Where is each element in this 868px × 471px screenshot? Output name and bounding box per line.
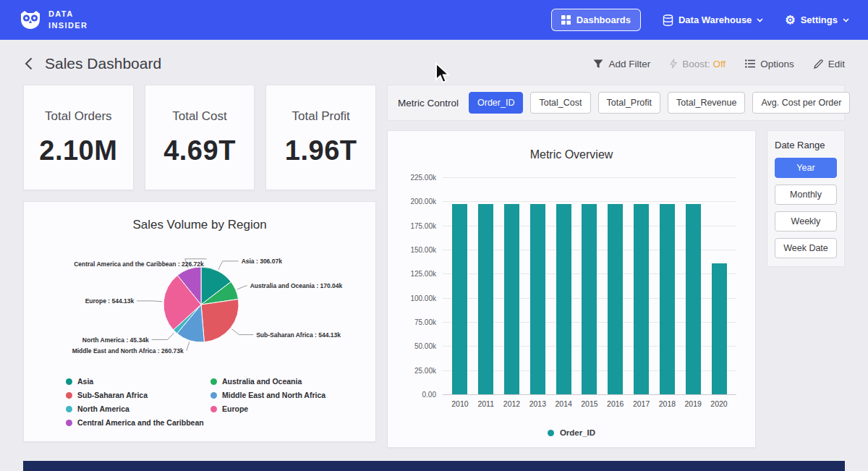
top-navbar: DATA INSIDER Dashboards Data Warehouse ⚙… <box>0 0 868 40</box>
metric-button-total-profit[interactable]: Total_Profit <box>598 92 661 114</box>
x-axis-label: 2017 <box>629 399 655 408</box>
date-range-button-week-date[interactable]: Week Date <box>775 238 837 258</box>
pie-legend-item: Asia <box>66 377 210 386</box>
bars-row <box>443 177 736 394</box>
legend-dot-icon <box>66 406 72 412</box>
bar-x-labels: 2010201120122013201420152016201720182019… <box>443 399 736 408</box>
settings-menu[interactable]: ⚙ Settings <box>785 14 849 26</box>
pie-slice-label: Central America and the Caribbean : 226.… <box>74 260 204 268</box>
date-range-button-year[interactable]: Year <box>775 158 837 178</box>
settings-label: Settings <box>801 14 838 25</box>
database-icon <box>663 14 673 26</box>
logo-text: DATA INSIDER <box>48 9 88 31</box>
pie-chart-card: Sales Volume by Region Asia : 306.07kAus… <box>23 201 376 442</box>
add-filter-button[interactable]: Add Filter <box>593 59 650 69</box>
y-axis-tick-label: 200.00k <box>410 198 436 205</box>
bar-legend-dot-icon <box>548 430 554 436</box>
kpi-label: Total Cost <box>172 109 227 124</box>
metric-buttons: Order_IDTotal_CostTotal_ProfitTotal_Reve… <box>469 92 850 114</box>
chevron-down-icon <box>843 18 849 22</box>
left-column: Total Orders 2.10M Total Cost 4.69T Tota… <box>23 85 376 448</box>
metric-button-order-id[interactable]: Order_ID <box>469 92 523 114</box>
bar-2013 <box>530 204 545 394</box>
data-warehouse-label: Data Warehouse <box>678 14 752 25</box>
metric-button-total-revenue[interactable]: Total_Revenue <box>668 92 745 114</box>
metric-button-total-cost[interactable]: Total_Cost <box>530 92 590 114</box>
gear-icon: ⚙ <box>785 14 795 26</box>
legend-dot-icon <box>66 392 72 399</box>
bar-column <box>629 204 655 394</box>
metric-button-avg-cost-per-order[interactable]: Avg. Cost per Order <box>752 92 850 114</box>
bar-2017 <box>634 204 649 394</box>
bar-legend: Order_ID <box>398 428 745 437</box>
kpi-row: Total Orders 2.10M Total Cost 4.69T Tota… <box>23 85 376 190</box>
data-warehouse-menu[interactable]: Data Warehouse <box>663 14 763 26</box>
navbar-right: Dashboards Data Warehouse ⚙ Settings <box>551 9 849 31</box>
pie-legend-label: Middle East and North Africa <box>222 391 326 399</box>
right-column: Metric Control Order_IDTotal_CostTotal_P… <box>387 85 845 448</box>
pie-slice-label: Middle East and North Africa : 260.73k <box>72 347 184 355</box>
y-axis-tick-label: 25.00k <box>414 366 436 374</box>
legend-dot-icon <box>66 420 72 426</box>
add-filter-label: Add Filter <box>608 59 650 69</box>
date-range-panel: Date Range YearMonthlyWeeklyWeek Date <box>767 130 845 267</box>
date-range-button-monthly[interactable]: Monthly <box>775 184 837 205</box>
pie-legend: AsiaSub-Saharan AfricaNorth AmericaCentr… <box>66 377 370 432</box>
dashboards-button[interactable]: Dashboards <box>551 9 641 31</box>
kpi-value: 4.69T <box>163 135 236 166</box>
metric-control-label: Metric Control <box>398 98 459 109</box>
kpi-value: 2.10M <box>39 135 117 166</box>
y-axis-tick-label: 225.00k <box>410 174 436 182</box>
bar-column <box>680 204 706 394</box>
x-axis-label: 2011 <box>473 399 499 408</box>
pie-slice-label: Europe : 544.13k <box>85 297 135 305</box>
pie-label-leader <box>187 342 190 351</box>
back-button[interactable] <box>23 56 34 72</box>
logo-line2: INSIDER <box>48 20 88 31</box>
gridline <box>443 394 736 395</box>
legend-dot-icon <box>210 392 217 399</box>
footer-bar <box>23 461 845 471</box>
pie-legend-label: Australia and Oceania <box>222 377 302 386</box>
pie-label-leader <box>218 261 239 270</box>
bar-legend-label: Order_ID <box>560 428 595 437</box>
bar-column <box>706 263 732 394</box>
pie-legend-item: Australia and Oceania <box>210 377 355 386</box>
kpi-card-total-cost: Total Cost 4.69T <box>145 85 255 190</box>
bar-column <box>655 204 681 394</box>
edit-button[interactable]: Edit <box>814 59 845 69</box>
bar-2018 <box>660 204 675 394</box>
bar-column <box>550 204 576 394</box>
x-axis-label: 2020 <box>706 399 732 408</box>
date-range-button-weekly[interactable]: Weekly <box>775 211 837 232</box>
bar-column <box>603 204 629 394</box>
pie-legend-item: North America <box>66 404 210 413</box>
owl-logo-icon <box>19 9 42 31</box>
y-axis-tick-label: 0.00 <box>422 391 436 399</box>
x-axis-label: 2014 <box>550 399 576 408</box>
pie-legend-label: Europe <box>222 404 248 413</box>
legend-dot-icon <box>210 406 217 412</box>
chevron-down-icon <box>757 18 763 22</box>
pie-legend-label: North America <box>77 404 129 413</box>
kpi-label: Total Orders <box>45 109 112 124</box>
bar-column <box>524 204 550 394</box>
options-button[interactable]: Options <box>745 59 794 69</box>
pie-legend-label: Asia <box>77 377 93 386</box>
list-icon <box>745 59 755 68</box>
boost-toggle[interactable]: Boost: Off <box>670 59 726 69</box>
bar-plot: 0.0025.00k50.00k75.00k100.00k125.00k150.… <box>443 177 736 394</box>
metric-control-bar: Metric Control Order_IDTotal_CostTotal_P… <box>387 85 845 121</box>
x-axis-label: 2010 <box>447 399 473 408</box>
pie-svg: Asia : 306.07kAustralia and Oceania : 17… <box>30 234 370 375</box>
bar-2019 <box>686 204 701 394</box>
kpi-card-total-profit: Total Profit 1.96T <box>265 85 376 190</box>
bar-chart-title: Metric Overview <box>398 148 745 161</box>
bar-column <box>473 204 499 394</box>
pie-slice-label: Sub-Saharan Africa : 544.13k <box>256 331 341 339</box>
pie-legend-item: Sub-Saharan Africa <box>66 391 210 399</box>
pie-legend-label: Sub-Saharan Africa <box>77 391 148 399</box>
pie-legend-item: Europe <box>210 404 355 413</box>
filter-icon <box>593 59 603 69</box>
dashboard-body: Total Orders 2.10M Total Cost 4.69T Tota… <box>0 85 868 448</box>
